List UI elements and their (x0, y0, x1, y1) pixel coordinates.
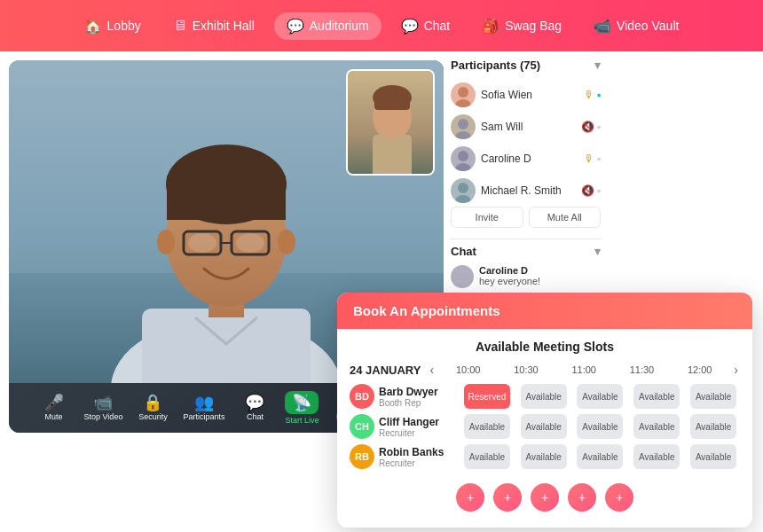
time-labels: 10:00 10:30 11:00 11:30 12:00 (439, 364, 728, 375)
slot-robin-1130[interactable]: Available (633, 444, 680, 469)
thumbnail-video (346, 69, 435, 176)
slot-barb-1030[interactable]: Available (521, 384, 567, 409)
nav-auditorium[interactable]: 💬 Auditorium (274, 12, 382, 40)
svg-rect-3 (142, 309, 311, 383)
participant-avatar-michael (451, 178, 476, 203)
circle-btn-4[interactable]: + (568, 483, 596, 512)
nav-lobby[interactable]: 🏠 Lobby (72, 12, 153, 40)
mute-button[interactable]: 🎤 Mute (38, 395, 70, 421)
mic-on-icon: 🎙 (584, 89, 594, 101)
video-off-icon: ▪ (597, 121, 601, 133)
swag-icon: 🎒 (482, 18, 499, 35)
time-label-1030: 10:30 (503, 364, 549, 375)
slot-barb-1200[interactable]: Available (690, 384, 736, 409)
slot-robin-1000[interactable]: Available (464, 444, 510, 469)
svg-point-9 (278, 230, 295, 254)
security-button[interactable]: 🔒 Security (137, 395, 169, 421)
person-name-barb: Barb Dwyer (379, 386, 452, 398)
booking-date: 24 JANUARY (350, 364, 421, 377)
slot-cliff-1200[interactable]: Available (690, 414, 736, 439)
slot-barb-1000[interactable]: Reserved (464, 384, 510, 409)
chat-avatar-caroline (451, 265, 474, 288)
svg-point-22 (455, 99, 471, 107)
slot-barb-1130[interactable]: Available (633, 384, 680, 409)
slot-cliff-1130[interactable]: Available (633, 414, 680, 439)
svg-point-28 (455, 195, 471, 203)
slot-cells-robin: Available Available Available Available … (460, 444, 740, 469)
mic-off-icon: 🔇 (581, 121, 594, 133)
time-slots-header: ‹ 10:00 10:30 11:00 11:30 12:00 › (428, 363, 740, 377)
mute-all-button[interactable]: Mute All (529, 207, 602, 228)
booking-row-barb: BD Barb Dwyer Booth Rep Reserved Availab… (350, 384, 740, 409)
circle-btn-1[interactable]: + (456, 483, 484, 512)
booking-overlay: Book An Appointments Available Meeting S… (337, 293, 752, 528)
participants-header: Participants (75) ▾ (451, 59, 601, 72)
time-prev-button[interactable]: ‹ (428, 363, 436, 377)
time-label-1100: 11:00 (561, 364, 607, 375)
svg-point-24 (455, 131, 471, 139)
video-vault-icon: 📹 (594, 18, 611, 35)
chat-header: Chat ▾ (451, 245, 601, 258)
chat-text-caroline: hey everyone! (479, 276, 540, 286)
nav-swag-bag[interactable]: 🎒 Swag Bag (469, 12, 574, 40)
invite-button[interactable]: Invite (451, 207, 523, 228)
svg-point-13 (188, 233, 216, 253)
participant-name-caroline: Caroline D (481, 153, 578, 165)
svg-point-26 (455, 163, 471, 171)
booking-row-robin: RB Robin Banks Recruiter Available Avail… (350, 444, 740, 469)
circle-btn-3[interactable]: + (531, 483, 559, 512)
mic-on-icon-2: 🎙 (584, 153, 594, 165)
circle-btn-5[interactable]: + (605, 483, 633, 512)
person-role-barb: Booth Rep (379, 398, 452, 408)
video-off-icon-2: ▪ (597, 153, 601, 165)
nav-chat[interactable]: 💬 Chat (389, 12, 463, 40)
stop-video-button[interactable]: 📹 Stop Video (84, 395, 123, 421)
participant-michael: Michael R. Smith 🔇 ▪ (451, 175, 601, 207)
exhibit-icon: 🖥 (173, 18, 187, 34)
nav-video-vault[interactable]: 📹 Video Vault (581, 12, 691, 40)
participants-button[interactable]: 👥 Participants (183, 395, 224, 421)
video-on-icon: ▪ (597, 89, 601, 101)
participant-icons-sam: 🔇 ▪ (581, 121, 601, 133)
circle-btn-2[interactable]: + (493, 483, 522, 512)
chat-sender-caroline: Caroline D (479, 265, 540, 276)
person-role-robin: Recruiter (379, 458, 452, 468)
booking-body: Available Meeting Slots 24 JANUARY ‹ 10:… (337, 329, 752, 528)
person-role-cliff: Recruiter (379, 428, 452, 438)
chat-message-caroline: Caroline D hey everyone! (451, 265, 601, 288)
slot-barb-1100[interactable]: Available (577, 384, 623, 409)
chat-icon: 💬 (401, 18, 419, 35)
home-icon: 🏠 (84, 18, 102, 35)
time-label-1200: 12:00 (677, 364, 723, 375)
svg-rect-19 (373, 135, 412, 176)
start-live-button[interactable]: 📡 Start Live (285, 391, 319, 425)
participants-section: Participants (75) ▾ Sofia Wien 🎙 ▪ (451, 59, 601, 228)
booking-header: Book An Appointments (337, 293, 752, 329)
person-name-cliff: Cliff Hanger (379, 416, 452, 428)
participant-name-sofia: Sofia Wien (481, 89, 578, 101)
slot-cliff-1030[interactable]: Available (521, 414, 567, 439)
svg-point-21 (458, 87, 468, 98)
time-next-button[interactable]: › (732, 363, 740, 377)
bottom-circles: + + + + + (350, 474, 740, 517)
chat-control-button[interactable]: 💬 Chat (239, 395, 271, 421)
participant-icons-caroline: 🎙 ▪ (584, 153, 601, 165)
svg-rect-7 (167, 176, 286, 220)
slot-robin-1200[interactable]: Available (690, 444, 736, 469)
invite-mute-row: Invite Mute All (451, 207, 601, 228)
participant-avatar-sofia (451, 82, 476, 107)
participant-name-sam: Sam Will (481, 121, 576, 133)
slot-cliff-1100[interactable]: Available (577, 414, 623, 439)
participant-sofia: Sofia Wien 🎙 ▪ (451, 79, 601, 111)
slot-robin-1100[interactable]: Available (577, 444, 623, 469)
nav-exhibit-hall[interactable]: 🖥 Exhibit Hall (161, 12, 267, 39)
slot-robin-1030[interactable]: Available (521, 444, 567, 469)
slot-cliff-1000[interactable]: Available (464, 414, 510, 439)
participant-icons-sofia: 🎙 ▪ (584, 89, 601, 101)
auditorium-icon: 💬 (287, 18, 304, 35)
person-name-robin: Robin Banks (379, 446, 452, 458)
participant-sam: Sam Will 🔇 ▪ (451, 111, 601, 143)
svg-point-14 (236, 233, 264, 253)
avatar-barb: BD (350, 384, 374, 409)
thumbnail-person (348, 71, 435, 176)
